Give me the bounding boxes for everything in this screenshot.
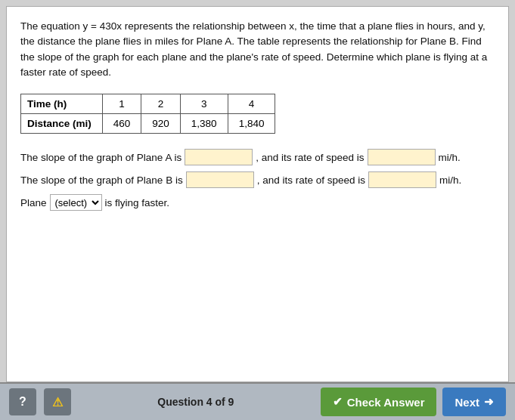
table-header-3: 3 [180,94,228,114]
check-icon: ✔ [333,395,343,409]
warning-button[interactable]: ⚠ [44,388,71,415]
help-button[interactable]: ? [9,388,36,415]
plane-a-rate-label: , and its rate of speed is [256,152,364,163]
table-cell-2: 920 [141,114,181,134]
plane-a-slope-input[interactable] [185,149,253,165]
answer-section: The slope of the graph of Plane A is , a… [20,149,495,211]
plane-select[interactable]: (select) A B [50,194,102,211]
table-cell-3: 1,380 [180,114,228,134]
table-cell-4: 1,840 [228,114,275,134]
table-cell-1: 460 [102,114,141,134]
next-label: Next [455,396,479,409]
main-content: The equation y = 430x represents the rel… [6,6,509,382]
plane-a-line: The slope of the graph of Plane A is , a… [20,149,495,165]
footer-right: ✔ Check Answer Next ➜ [321,388,506,416]
plane-select-prefix: Plane [20,197,47,208]
table-header-label: Time (h) [21,94,103,114]
plane-a-slope-label: The slope of the graph of Plane A is [20,152,181,163]
plane-select-suffix: is flying faster. [105,197,170,208]
plane-b-slope-input[interactable] [186,171,254,188]
data-table: Time (h) 1 2 3 4 Distance (mi) 460 920 1… [20,94,275,134]
footer: ? ⚠ Question 4 of 9 ✔ Check Answer Next … [0,382,515,420]
plane-b-slope-label: The slope of the graph of Plane B is [20,174,183,186]
next-arrow-icon: ➜ [484,395,494,409]
table-header-1: 1 [102,94,141,114]
next-button[interactable]: Next ➜ [442,388,506,416]
table-header-4: 4 [228,94,275,114]
table-header-2: 2 [141,94,181,114]
problem-text: The equation y = 430x represents the rel… [20,19,495,80]
check-answer-button[interactable]: ✔ Check Answer [321,388,437,416]
plane-b-rate-label: , and its rate of speed is [257,174,365,186]
plane-a-unit: mi/h. [439,152,461,163]
footer-left: ? ⚠ [9,388,71,415]
progress-label: Question 4 of 9 [157,396,234,408]
plane-b-rate-input[interactable] [368,171,436,188]
plane-b-line: The slope of the graph of Plane B is , a… [20,171,495,188]
plane-a-rate-input[interactable] [368,149,436,165]
table-row-label: Distance (mi) [21,114,103,134]
plane-select-line: Plane (select) A B is flying faster. [20,194,495,211]
check-label: Check Answer [347,396,425,409]
plane-b-unit: mi/h. [439,174,461,186]
